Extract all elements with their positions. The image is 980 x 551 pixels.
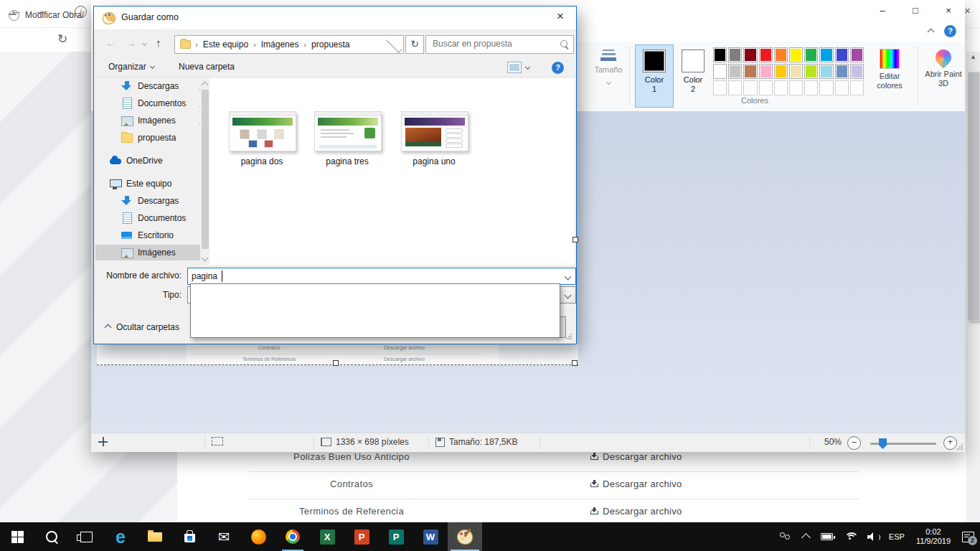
taskbar-firefox[interactable] xyxy=(241,522,275,551)
breadcrumb-imagenes[interactable]: Imágenes xyxy=(256,39,304,50)
palette-color[interactable] xyxy=(728,47,742,62)
palette-color[interactable] xyxy=(789,47,803,62)
palette-color[interactable] xyxy=(743,64,757,79)
scrollbar-thumb[interactable] xyxy=(968,72,980,321)
type-dropdown-button[interactable] xyxy=(560,287,575,303)
palette-color[interactable] xyxy=(850,47,864,62)
new-folder-button[interactable]: Nueva carpeta xyxy=(179,62,235,72)
selection-handle[interactable] xyxy=(573,237,578,242)
browser-forward-icon[interactable]: → xyxy=(34,4,47,18)
selection-handle[interactable] xyxy=(572,360,578,366)
nav-up-icon[interactable]: ↑ xyxy=(156,37,161,49)
palette-color[interactable] xyxy=(759,64,773,79)
taskbar-word[interactable]: W xyxy=(413,522,448,551)
selection-handle[interactable] xyxy=(333,360,339,366)
palette-empty-slot[interactable] xyxy=(759,80,773,95)
nav-back-icon[interactable]: ← xyxy=(105,37,116,49)
palette-color[interactable] xyxy=(743,47,757,62)
help-icon[interactable]: ? xyxy=(944,25,956,37)
filename-input[interactable]: pagina xyxy=(187,268,576,285)
hidden-icons-chevron[interactable] xyxy=(801,533,811,542)
download-link[interactable]: Descargar archivo xyxy=(590,479,682,489)
palette-color[interactable] xyxy=(850,64,864,79)
collapse-ribbon-icon[interactable] xyxy=(928,29,935,36)
view-mode-button[interactable] xyxy=(507,62,529,73)
breadcrumb-propuesta[interactable]: propuesta xyxy=(306,39,354,50)
palette-empty-slot[interactable] xyxy=(850,80,864,95)
palette-color[interactable] xyxy=(804,47,818,62)
filename-autocomplete-dropdown[interactable] xyxy=(190,283,560,338)
open-paint3d-button[interactable]: Abrir Paint 3D xyxy=(922,47,965,88)
taskbar-publisher[interactable]: P xyxy=(379,522,413,551)
palette-empty-slot[interactable] xyxy=(728,80,742,95)
dialog-resize-grip[interactable] xyxy=(565,333,572,339)
filename-dropdown-icon[interactable] xyxy=(565,273,572,281)
palette-empty-slot[interactable] xyxy=(713,80,727,95)
browser-back-icon[interactable]: ← xyxy=(10,4,22,18)
browser-scrollbar[interactable]: ▲ xyxy=(966,52,980,522)
organize-button[interactable]: Organizar xyxy=(108,62,154,72)
taskbar-excel[interactable]: X xyxy=(310,522,344,551)
zoom-in-button[interactable]: + xyxy=(943,436,957,450)
taskbar-search-button[interactable] xyxy=(34,522,69,551)
palette-empty-slot[interactable] xyxy=(774,80,788,95)
download-link[interactable]: Descargar archivo xyxy=(590,451,682,462)
zoom-slider-thumb[interactable] xyxy=(879,438,887,449)
nav-history-icon[interactable] xyxy=(142,41,147,46)
task-view-button[interactable] xyxy=(69,522,103,551)
palette-color[interactable] xyxy=(835,64,849,79)
breadcrumb-este-equipo[interactable]: Este equipo xyxy=(198,39,253,50)
volume-icon[interactable] xyxy=(867,532,877,541)
palette-color[interactable] xyxy=(819,64,833,79)
palette-empty-slot[interactable] xyxy=(804,80,818,95)
scroll-up-icon[interactable] xyxy=(202,82,209,89)
taskbar-paint-active[interactable] xyxy=(448,522,482,551)
minimize-button[interactable]: – xyxy=(866,0,899,22)
people-icon[interactable] xyxy=(779,532,791,541)
palette-color[interactable] xyxy=(774,64,788,79)
palette-color[interactable] xyxy=(835,47,849,62)
hide-folders-button[interactable]: Ocultar carpetas xyxy=(105,322,179,332)
palette-color[interactable] xyxy=(713,64,727,79)
browser-reload-icon[interactable]: ↻ xyxy=(57,32,67,47)
zoom-out-button[interactable]: – xyxy=(847,436,861,450)
edit-colors-button[interactable]: Editar colores xyxy=(869,47,910,90)
breadcrumb-dropdown-icon[interactable] xyxy=(386,37,402,53)
palette-empty-slot[interactable] xyxy=(835,80,849,95)
palette-color[interactable] xyxy=(819,47,833,62)
sidebar-item-este-equipo[interactable]: Este equipo xyxy=(95,176,215,192)
scroll-down-icon[interactable] xyxy=(202,255,209,262)
refresh-button[interactable]: ↻ xyxy=(405,35,424,54)
scrollbar-thumb[interactable] xyxy=(202,90,209,249)
close-button[interactable]: × xyxy=(932,0,965,22)
breadcrumb[interactable]: › Este equipo › Imágenes › propuesta xyxy=(174,35,404,54)
file-pagina-uno[interactable]: pagina uno xyxy=(401,111,467,166)
scrollbar-up-icon[interactable]: ▲ xyxy=(966,53,980,60)
palette-color[interactable] xyxy=(774,47,788,62)
taskbar-edge[interactable]: e xyxy=(103,522,138,551)
palette-empty-slot[interactable] xyxy=(743,80,757,95)
size-button[interactable]: Tamaño xyxy=(591,47,626,87)
window-resize-grip[interactable] xyxy=(956,443,963,450)
dialog-close-icon[interactable]: × xyxy=(552,9,569,24)
nav-forward-icon[interactable]: → xyxy=(126,37,136,49)
taskbar-mail[interactable]: ✉ xyxy=(207,522,241,551)
palette-empty-slot[interactable] xyxy=(819,80,833,95)
download-link[interactable]: Descargar archivo xyxy=(590,506,682,517)
color1-button[interactable]: Color 1 xyxy=(635,44,674,108)
site-info-icon[interactable]: i xyxy=(75,6,87,18)
palette-color[interactable] xyxy=(728,64,742,79)
file-pagina-tres[interactable]: pagina tres xyxy=(314,111,380,166)
palette-color[interactable] xyxy=(804,64,818,79)
help-button[interactable]: ? xyxy=(552,62,564,74)
wifi-icon[interactable] xyxy=(844,532,856,542)
view-dropdown-icon[interactable] xyxy=(525,64,530,69)
taskbar-chrome[interactable] xyxy=(275,522,310,551)
battery-icon[interactable] xyxy=(821,533,833,540)
palette-empty-slot[interactable] xyxy=(789,80,803,95)
file-pagina-dos[interactable]: pagina dos xyxy=(229,111,295,166)
palette-color[interactable] xyxy=(759,47,773,62)
clock[interactable]: 0:02 11/9/2019 xyxy=(916,527,951,546)
palette-color[interactable] xyxy=(789,64,803,79)
palette-color[interactable] xyxy=(713,47,727,62)
